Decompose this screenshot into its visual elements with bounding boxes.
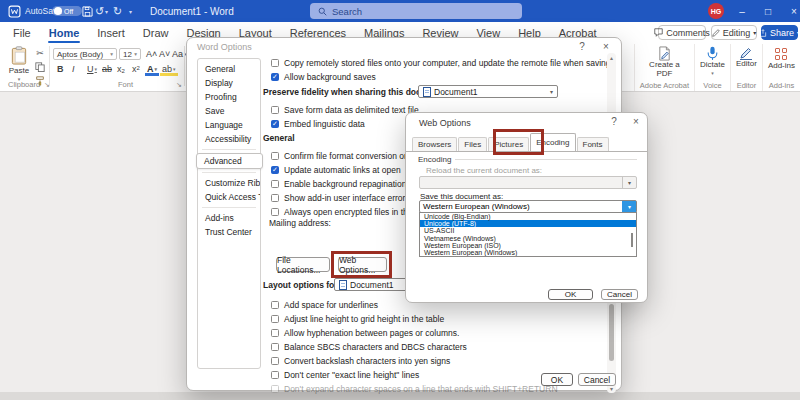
menu-tab-draw[interactable]: Draw <box>134 22 178 44</box>
encoding-group-label: Encoding <box>418 155 455 164</box>
scroll-down-icon[interactable]: ▾ <box>607 385 616 392</box>
quick-access-chevron-icon[interactable]: ▾ <box>129 0 132 22</box>
avatar[interactable]: HG <box>708 3 724 19</box>
checkbox[interactable]: ✓ <box>271 166 279 174</box>
pencil-icon <box>712 29 720 37</box>
sidebar-item-quick-access-toolbar[interactable]: Quick Access Toolbar <box>198 190 260 204</box>
font-size-combo[interactable]: 12▾ <box>119 48 141 60</box>
web-options-tab-browsers[interactable]: Browsers <box>412 137 457 151</box>
ok-button[interactable]: OK <box>541 373 573 386</box>
encoding-option[interactable]: Vietnamese (Windows) <box>420 235 636 242</box>
checkbox-label: Show add-in user interface errors <box>284 193 410 203</box>
checkbox[interactable] <box>271 152 279 160</box>
sidebar-item-advanced[interactable]: Advanced <box>196 153 263 169</box>
subscript-button[interactable]: x2 <box>115 63 127 75</box>
web-options-tab-files[interactable]: Files <box>458 137 487 151</box>
cancel-button[interactable]: Cancel <box>601 289 638 300</box>
maximize-button[interactable]: □ <box>756 0 780 22</box>
web-options-tab-fonts[interactable]: Fonts <box>577 137 609 151</box>
font-color-button[interactable]: A▾ <box>145 64 159 76</box>
encoding-option[interactable]: Western European (Windows) <box>420 249 636 256</box>
option-row: Save form data as delimited text file <box>271 103 419 117</box>
checkbox[interactable] <box>271 301 279 309</box>
checkbox[interactable]: ✓ <box>271 73 279 81</box>
sidebar-item-save[interactable]: Save <box>198 104 260 118</box>
checkbox[interactable] <box>271 329 279 337</box>
redo-icon[interactable]: ↻ <box>113 0 122 22</box>
close-button[interactable]: × <box>782 0 800 22</box>
share-button[interactable]: Share ▾ <box>761 25 798 40</box>
sidebar-item-trust-center[interactable]: Trust Center <box>198 225 260 239</box>
dictate-button[interactable]: Dictate▾ <box>700 46 725 76</box>
checkbox[interactable] <box>271 208 279 216</box>
close-icon[interactable]: × <box>629 116 643 127</box>
save-icon[interactable] <box>82 0 93 22</box>
general-section-header: General <box>263 133 295 143</box>
ok-button[interactable]: OK <box>548 289 593 300</box>
list-scrollbar-thumb[interactable] <box>631 233 633 247</box>
sidebar-item-customize-ribbon[interactable]: Customize Ribbon <box>198 176 260 190</box>
annotation-encoding-tab <box>493 129 544 155</box>
file-locations-button[interactable]: File Locations... <box>276 257 330 272</box>
encoding-option[interactable]: US-ASCII <box>420 227 636 234</box>
paste-button[interactable]: Paste ▾ <box>6 46 32 82</box>
encoding-option[interactable]: Unicode (UTF-8) <box>420 220 636 227</box>
superscript-button[interactable]: x2 <box>130 63 142 75</box>
sidebar-item-proofing[interactable]: Proofing <box>198 90 260 104</box>
text-highlight-button[interactable]: ab▾ <box>160 64 178 76</box>
editing-mode-button[interactable]: Editing ▾ <box>711 25 757 40</box>
checkbox[interactable] <box>271 59 279 67</box>
option-row: Convert backslash characters into yen si… <box>271 354 558 368</box>
sidebar-item-display[interactable]: Display <box>198 76 260 90</box>
create-a-pdf-button[interactable]: Create a PDF <box>648 46 680 78</box>
underline-button[interactable]: U▾ <box>85 63 99 75</box>
checkbox[interactable] <box>271 343 279 351</box>
search-box[interactable]: Search <box>310 3 522 19</box>
checkbox[interactable] <box>271 180 279 188</box>
scroll-up-icon[interactable]: ▴ <box>607 54 616 61</box>
menu-tab-file[interactable]: File <box>4 22 40 44</box>
checkbox[interactable] <box>271 385 279 393</box>
autosave-toggle[interactable]: Off <box>52 0 82 22</box>
checkbox[interactable] <box>271 371 279 379</box>
group-line <box>452 159 637 160</box>
word-application-window: AutoSave Off ↺ ▾ ↻ ▾ Document1 - Word Se… <box>0 0 800 400</box>
italic-button[interactable]: I <box>70 63 77 75</box>
cancel-button[interactable]: Cancel <box>578 373 616 386</box>
checkbox-label: Don't center "exact line height" lines <box>284 370 419 380</box>
checkbox[interactable] <box>271 357 279 365</box>
ribbon-group-voice: Dictate▾Voice <box>694 44 730 91</box>
menu-tab-insert[interactable]: Insert <box>88 22 134 44</box>
sidebar-item-add-ins[interactable]: Add-ins <box>198 211 260 225</box>
undo-chevron-icon[interactable]: ▾ <box>105 0 108 22</box>
help-icon[interactable]: ? <box>607 116 621 127</box>
checkbox[interactable] <box>271 194 279 202</box>
comments-button[interactable]: Comments <box>658 25 706 40</box>
font-dialog-launcher-icon[interactable]: ↘ <box>176 81 182 89</box>
checkbox[interactable] <box>271 106 279 114</box>
checkbox[interactable]: ✓ <box>271 120 279 128</box>
font-name-combo[interactable]: Aptos (Body)▾ <box>53 48 117 60</box>
preserve-document-combo[interactable]: Document1 ▾ <box>418 85 558 98</box>
encoding-option[interactable]: Western European (ISO) <box>420 242 636 249</box>
undo-icon[interactable]: ↺ <box>95 0 104 22</box>
cut-icon[interactable]: ✂ <box>33 47 47 59</box>
encoding-option[interactable]: Unicode (Big-Endian) <box>420 213 636 220</box>
copy-icon[interactable] <box>33 61 47 73</box>
chevron-down-icon: ▾ <box>711 70 714 76</box>
word-app-icon <box>8 0 21 22</box>
option-row: Balance SBCS characters and DBCS charact… <box>271 340 558 354</box>
group-label: Editor <box>737 81 757 90</box>
menu-tab-home[interactable]: Home <box>40 22 89 44</box>
sidebar-item-language[interactable]: Language <box>198 118 260 132</box>
sidebar-item-general[interactable]: General <box>198 62 260 76</box>
scrollbar-thumb[interactable] <box>609 304 614 361</box>
minimize-button[interactable]: – <box>730 0 754 22</box>
add-ins-button[interactable]: Add-ins <box>768 46 795 71</box>
editor-button[interactable]: Editor <box>736 46 757 69</box>
checkbox[interactable] <box>271 315 279 323</box>
bold-button[interactable]: B <box>55 63 66 75</box>
sidebar-item-accessibility[interactable]: Accessibility <box>198 132 260 146</box>
strikethrough-button[interactable]: ab <box>100 63 114 75</box>
chevron-down-icon: ▾ <box>134 51 137 57</box>
